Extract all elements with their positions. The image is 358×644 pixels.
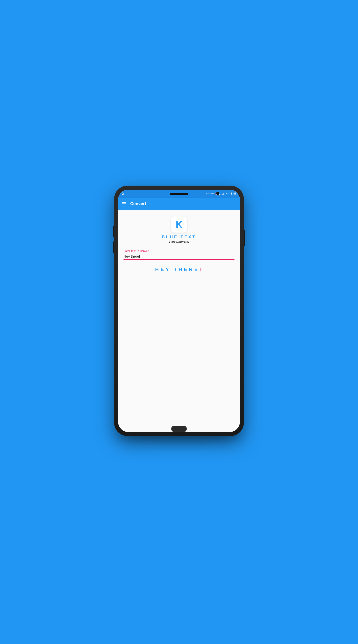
- status-bar-right: 0B/s 200B/s ⏰ ▲ ▲ ✕ ▪ 8:47: [206, 192, 236, 195]
- output-section: HEY THERE!: [124, 266, 234, 272]
- data-speed: 0B/s 200B/s: [206, 193, 214, 194]
- volume-up-button[interactable]: [113, 226, 114, 237]
- phone-device: 0B/s 200B/s ⏰ ▲ ▲ ✕ ▪ 8:47 Convert: [114, 186, 244, 436]
- input-section: Enter Text To Convert: [124, 250, 234, 260]
- volume-down-button[interactable]: [113, 242, 114, 253]
- app-bar-title: Convert: [130, 202, 146, 206]
- phone-speaker: [170, 193, 188, 195]
- app-logo-container: K BLUE TEXT Type Different!: [162, 216, 196, 243]
- battery-icon: ▪: [228, 192, 229, 195]
- hamburger-line-3: [122, 205, 126, 205]
- power-button[interactable]: [244, 230, 245, 246]
- status-bar-left: [122, 192, 124, 195]
- hamburger-menu-button[interactable]: [122, 202, 126, 205]
- converted-text-red: !: [199, 266, 203, 272]
- signal-x-icon: ✕: [226, 192, 227, 195]
- converted-text: HEY THERE!: [155, 266, 203, 272]
- app-bar: Convert: [118, 198, 240, 210]
- input-label: Enter Text To Convert: [124, 250, 234, 253]
- app-tagline: Type Different!: [169, 240, 189, 243]
- hamburger-line-1: [122, 202, 126, 202]
- logo-letter: K: [176, 220, 182, 230]
- main-content: K BLUE TEXT Type Different! Enter Text T…: [118, 210, 240, 432]
- app-logo-icon: K: [171, 216, 187, 232]
- status-dot-icon: [122, 192, 124, 195]
- status-time: 8:47: [231, 192, 236, 195]
- converted-text-blue: HEY THERE: [155, 266, 200, 272]
- text-convert-input[interactable]: [124, 254, 234, 260]
- app-name: BLUE TEXT: [162, 235, 196, 240]
- hamburger-line-2: [122, 204, 126, 204]
- phone-camera: [216, 192, 219, 195]
- phone-body: 0B/s 200B/s ⏰ ▲ ▲ ✕ ▪ 8:47 Convert: [114, 186, 244, 436]
- phone-screen: 0B/s 200B/s ⏰ ▲ ▲ ✕ ▪ 8:47 Convert: [118, 190, 240, 432]
- phone-home-button[interactable]: [171, 426, 187, 432]
